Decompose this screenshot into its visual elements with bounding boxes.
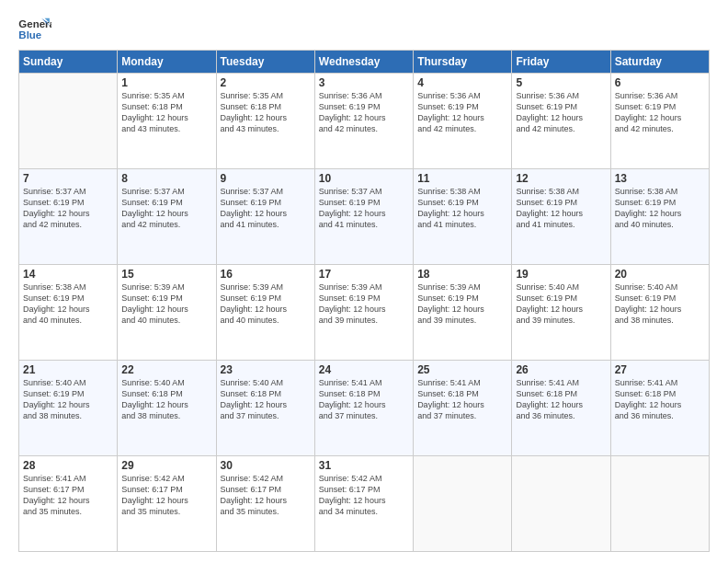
day-number: 30 <box>221 459 311 472</box>
day-number: 17 <box>319 268 409 281</box>
day-info: Sunrise: 5:37 AM Sunset: 6:19 PM Dayligh… <box>121 186 211 231</box>
day-number: 20 <box>615 268 705 281</box>
day-number: 7 <box>23 172 113 185</box>
calendar-day-cell: 9Sunrise: 5:37 AM Sunset: 6:19 PM Daylig… <box>216 169 314 265</box>
day-number: 25 <box>417 363 507 376</box>
day-number: 18 <box>417 268 507 281</box>
day-number: 22 <box>121 363 211 376</box>
day-info: Sunrise: 5:36 AM Sunset: 6:19 PM Dayligh… <box>615 90 705 135</box>
day-number: 21 <box>23 363 113 376</box>
day-number: 14 <box>23 268 113 281</box>
header: General Blue <box>18 17 710 44</box>
column-header-thursday: Thursday <box>414 51 512 74</box>
day-info: Sunrise: 5:39 AM Sunset: 6:19 PM Dayligh… <box>319 282 409 327</box>
calendar-header-row: SundayMondayTuesdayWednesdayThursdayFrid… <box>19 51 710 74</box>
day-info: Sunrise: 5:39 AM Sunset: 6:19 PM Dayligh… <box>121 282 211 327</box>
calendar-day-cell: 15Sunrise: 5:39 AM Sunset: 6:19 PM Dayli… <box>118 265 216 361</box>
calendar-day-cell: 20Sunrise: 5:40 AM Sunset: 6:19 PM Dayli… <box>610 265 709 361</box>
day-info: Sunrise: 5:42 AM Sunset: 6:17 PM Dayligh… <box>221 473 311 518</box>
calendar-day-cell: 26Sunrise: 5:41 AM Sunset: 6:18 PM Dayli… <box>512 361 610 456</box>
calendar-day-cell: 22Sunrise: 5:40 AM Sunset: 6:18 PM Dayli… <box>118 361 216 456</box>
day-info: Sunrise: 5:42 AM Sunset: 6:17 PM Dayligh… <box>319 473 409 518</box>
column-header-sunday: Sunday <box>19 51 118 74</box>
day-number: 28 <box>23 459 113 472</box>
day-number: 6 <box>615 76 705 89</box>
calendar-day-cell: 6Sunrise: 5:36 AM Sunset: 6:19 PM Daylig… <box>610 74 709 169</box>
calendar-week-row: 14Sunrise: 5:38 AM Sunset: 6:19 PM Dayli… <box>19 265 710 361</box>
calendar-day-cell <box>512 456 610 552</box>
calendar-day-cell: 23Sunrise: 5:40 AM Sunset: 6:18 PM Dayli… <box>216 361 314 456</box>
calendar-day-cell: 31Sunrise: 5:42 AM Sunset: 6:17 PM Dayli… <box>314 456 413 552</box>
day-info: Sunrise: 5:35 AM Sunset: 6:18 PM Dayligh… <box>221 90 311 135</box>
day-number: 27 <box>615 363 705 376</box>
day-number: 11 <box>417 172 507 185</box>
calendar-week-row: 28Sunrise: 5:41 AM Sunset: 6:17 PM Dayli… <box>19 456 710 552</box>
column-header-monday: Monday <box>118 51 216 74</box>
svg-text:General: General <box>18 18 51 29</box>
day-number: 10 <box>319 172 409 185</box>
day-info: Sunrise: 5:36 AM Sunset: 6:19 PM Dayligh… <box>417 90 507 135</box>
calendar-day-cell <box>414 456 512 552</box>
calendar-week-row: 1Sunrise: 5:35 AM Sunset: 6:18 PM Daylig… <box>19 74 710 169</box>
day-info: Sunrise: 5:36 AM Sunset: 6:19 PM Dayligh… <box>319 90 409 135</box>
column-header-wednesday: Wednesday <box>314 51 413 74</box>
calendar-day-cell: 24Sunrise: 5:41 AM Sunset: 6:18 PM Dayli… <box>314 361 413 456</box>
day-number: 23 <box>221 363 311 376</box>
day-number: 31 <box>319 459 409 472</box>
logo: General Blue <box>18 17 51 44</box>
calendar-day-cell: 21Sunrise: 5:40 AM Sunset: 6:19 PM Dayli… <box>19 361 118 456</box>
day-info: Sunrise: 5:40 AM Sunset: 6:18 PM Dayligh… <box>221 377 311 422</box>
calendar-day-cell: 11Sunrise: 5:38 AM Sunset: 6:19 PM Dayli… <box>414 169 512 265</box>
day-info: Sunrise: 5:41 AM Sunset: 6:18 PM Dayligh… <box>319 377 409 422</box>
calendar-table: SundayMondayTuesdayWednesdayThursdayFrid… <box>18 50 710 552</box>
calendar-day-cell: 12Sunrise: 5:38 AM Sunset: 6:19 PM Dayli… <box>512 169 610 265</box>
day-info: Sunrise: 5:41 AM Sunset: 6:18 PM Dayligh… <box>615 377 705 422</box>
calendar-day-cell <box>610 456 709 552</box>
day-info: Sunrise: 5:42 AM Sunset: 6:17 PM Dayligh… <box>121 473 211 518</box>
calendar-day-cell: 28Sunrise: 5:41 AM Sunset: 6:17 PM Dayli… <box>19 456 118 552</box>
calendar-day-cell: 16Sunrise: 5:39 AM Sunset: 6:19 PM Dayli… <box>216 265 314 361</box>
logo-icon: General Blue <box>18 17 51 44</box>
calendar-day-cell: 2Sunrise: 5:35 AM Sunset: 6:18 PM Daylig… <box>216 74 314 169</box>
day-number: 9 <box>221 172 311 185</box>
day-number: 24 <box>319 363 409 376</box>
day-number: 13 <box>615 172 705 185</box>
calendar-day-cell: 18Sunrise: 5:39 AM Sunset: 6:19 PM Dayli… <box>414 265 512 361</box>
day-number: 19 <box>516 268 606 281</box>
day-info: Sunrise: 5:36 AM Sunset: 6:19 PM Dayligh… <box>516 90 606 135</box>
day-info: Sunrise: 5:40 AM Sunset: 6:18 PM Dayligh… <box>121 377 211 422</box>
day-info: Sunrise: 5:37 AM Sunset: 6:19 PM Dayligh… <box>221 186 311 231</box>
calendar-week-row: 7Sunrise: 5:37 AM Sunset: 6:19 PM Daylig… <box>19 169 710 265</box>
calendar-day-cell: 1Sunrise: 5:35 AM Sunset: 6:18 PM Daylig… <box>118 74 216 169</box>
calendar-day-cell: 19Sunrise: 5:40 AM Sunset: 6:19 PM Dayli… <box>512 265 610 361</box>
day-info: Sunrise: 5:38 AM Sunset: 6:19 PM Dayligh… <box>417 186 507 231</box>
calendar-day-cell: 8Sunrise: 5:37 AM Sunset: 6:19 PM Daylig… <box>118 169 216 265</box>
calendar-day-cell: 30Sunrise: 5:42 AM Sunset: 6:17 PM Dayli… <box>216 456 314 552</box>
day-info: Sunrise: 5:41 AM Sunset: 6:17 PM Dayligh… <box>23 473 113 518</box>
day-info: Sunrise: 5:41 AM Sunset: 6:18 PM Dayligh… <box>417 377 507 422</box>
calendar-day-cell: 17Sunrise: 5:39 AM Sunset: 6:19 PM Dayli… <box>314 265 413 361</box>
day-info: Sunrise: 5:38 AM Sunset: 6:19 PM Dayligh… <box>516 186 606 231</box>
day-number: 3 <box>319 76 409 89</box>
calendar-week-row: 21Sunrise: 5:40 AM Sunset: 6:19 PM Dayli… <box>19 361 710 456</box>
day-info: Sunrise: 5:40 AM Sunset: 6:19 PM Dayligh… <box>516 282 606 327</box>
calendar-day-cell: 29Sunrise: 5:42 AM Sunset: 6:17 PM Dayli… <box>118 456 216 552</box>
calendar-day-cell: 5Sunrise: 5:36 AM Sunset: 6:19 PM Daylig… <box>512 74 610 169</box>
day-number: 8 <box>121 172 211 185</box>
day-info: Sunrise: 5:38 AM Sunset: 6:19 PM Dayligh… <box>615 186 705 231</box>
calendar-day-cell: 25Sunrise: 5:41 AM Sunset: 6:18 PM Dayli… <box>414 361 512 456</box>
day-number: 4 <box>417 76 507 89</box>
day-number: 2 <box>221 76 311 89</box>
column-header-saturday: Saturday <box>610 51 709 74</box>
day-info: Sunrise: 5:39 AM Sunset: 6:19 PM Dayligh… <box>221 282 311 327</box>
day-info: Sunrise: 5:37 AM Sunset: 6:19 PM Dayligh… <box>319 186 409 231</box>
page: General Blue SundayMondayTuesdayWednesda… <box>0 0 728 563</box>
day-info: Sunrise: 5:39 AM Sunset: 6:19 PM Dayligh… <box>417 282 507 327</box>
day-number: 1 <box>121 76 211 89</box>
day-number: 5 <box>516 76 606 89</box>
day-info: Sunrise: 5:37 AM Sunset: 6:19 PM Dayligh… <box>23 186 113 231</box>
day-info: Sunrise: 5:41 AM Sunset: 6:18 PM Dayligh… <box>516 377 606 422</box>
calendar-day-cell: 7Sunrise: 5:37 AM Sunset: 6:19 PM Daylig… <box>19 169 118 265</box>
day-number: 16 <box>221 268 311 281</box>
column-header-friday: Friday <box>512 51 610 74</box>
